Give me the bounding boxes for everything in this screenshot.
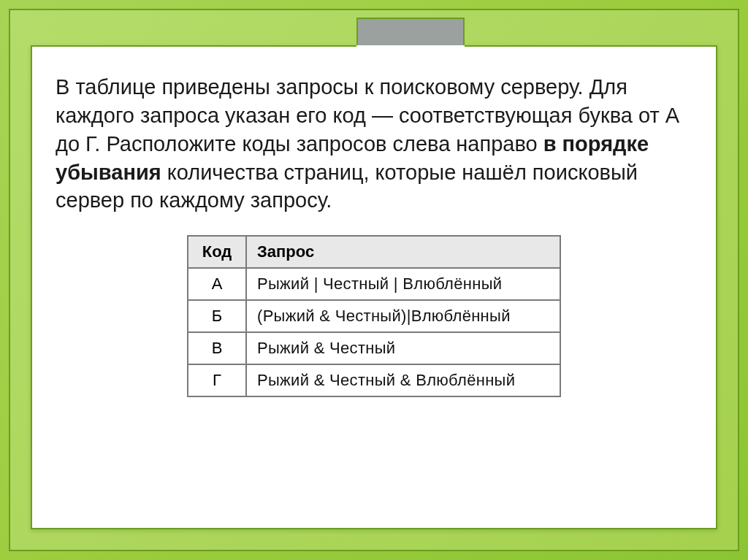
table-wrapper: Код Запрос А Рыжий | Честный | Влюблённы… <box>56 235 692 397</box>
task-paragraph: В таблице приведены запросы к поисковому… <box>56 73 692 215</box>
table-cell-code: В <box>188 332 246 364</box>
table-header-row: Код Запрос <box>188 236 560 268</box>
query-table: Код Запрос А Рыжий | Честный | Влюблённы… <box>187 235 561 397</box>
table-cell-query: Рыжий & Честный & Влюблённый <box>246 364 560 396</box>
table-row: В Рыжий & Честный <box>188 332 560 364</box>
table-row: А Рыжий | Честный | Влюблённый <box>188 268 560 300</box>
table-cell-code: А <box>188 268 246 300</box>
table-header-code: Код <box>188 236 246 268</box>
table-header-query: Запрос <box>246 236 560 268</box>
table-row: Г Рыжий & Честный & Влюблённый <box>188 364 560 396</box>
table-cell-query: Рыжий & Честный <box>246 332 560 364</box>
table-cell-query: (Рыжий & Честный)|Влюблённый <box>246 300 560 332</box>
table-cell-code: Г <box>188 364 246 396</box>
tab-decoration <box>356 18 465 47</box>
slide-card: В таблице приведены запросы к поисковому… <box>31 45 717 529</box>
table-cell-query: Рыжий | Честный | Влюблённый <box>246 268 560 300</box>
table-row: Б (Рыжий & Честный)|Влюблённый <box>188 300 560 332</box>
slide-outer-frame: В таблице приведены запросы к поисковому… <box>9 9 739 551</box>
table-cell-code: Б <box>188 300 246 332</box>
